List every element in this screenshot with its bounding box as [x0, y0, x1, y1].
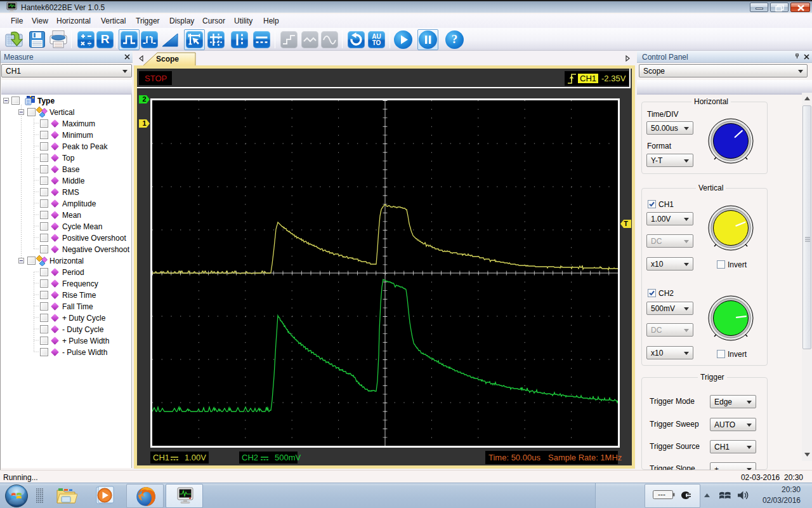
svg-text:---: --- [658, 490, 665, 499]
